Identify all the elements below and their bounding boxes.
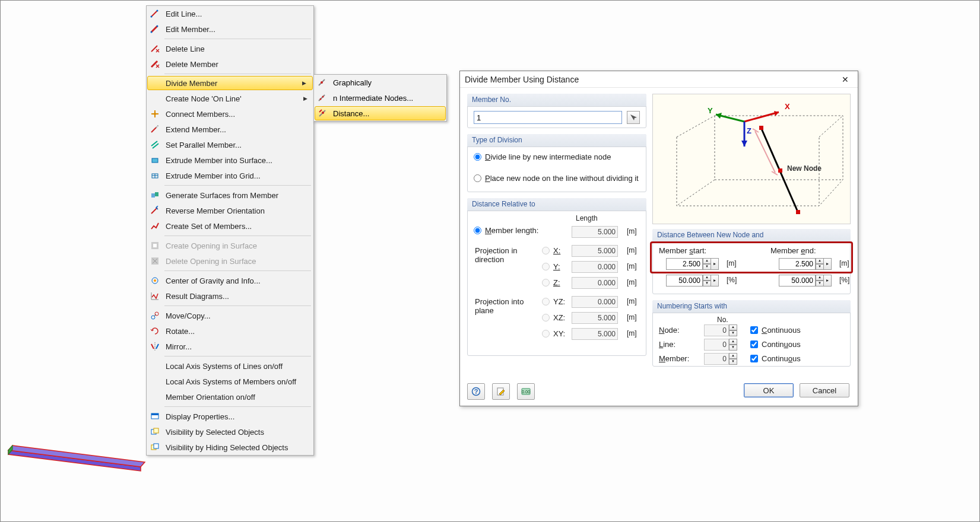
- submenu-distance[interactable]: Distance...: [315, 106, 446, 120]
- member-start-m-input[interactable]: [666, 258, 703, 270]
- spinner-down[interactable]: ▼: [816, 281, 824, 287]
- menu-delete-member[interactable]: Delete Member: [147, 56, 313, 72]
- spinner-down[interactable]: ▼: [816, 264, 824, 270]
- spinner-up[interactable]: ▲: [816, 258, 824, 264]
- svg-text:?: ?: [474, 388, 478, 395]
- menu-reverse-orientation[interactable]: Reverse Member Orientation: [147, 203, 313, 218]
- menu-generate-surfaces[interactable]: Generate Surfaces from Member: [147, 187, 313, 203]
- spinner-up[interactable]: ▲: [729, 353, 737, 359]
- button-label: OK: [763, 386, 775, 395]
- member-end-pct-input[interactable]: [779, 275, 816, 287]
- menu-member-orientation[interactable]: Member Orientation on/off: [147, 389, 313, 405]
- menu-divider: [164, 74, 311, 74]
- member-no-input2[interactable]: [704, 353, 729, 365]
- radio-place-node[interactable]: [474, 174, 481, 182]
- menu-label: Extrude Member into Surface...: [163, 156, 309, 165]
- spinner-up[interactable]: ▲: [703, 258, 711, 264]
- menu-create-node-on-line[interactable]: Create Node 'On Line' ▶: [147, 91, 313, 106]
- svg-point-16: [154, 279, 156, 282]
- member-end-m-input[interactable]: [779, 258, 816, 270]
- menu-local-axis-members[interactable]: Local Axis Systems of Members on/off: [147, 374, 313, 389]
- graphically-icon: [314, 78, 331, 87]
- radio-x[interactable]: [542, 247, 550, 254]
- submenu-graphically[interactable]: Graphically: [314, 75, 446, 90]
- spinner-down[interactable]: ▼: [703, 281, 711, 287]
- radio-label: Place new node on the line without divid…: [485, 174, 639, 183]
- menu-divider: [164, 406, 311, 407]
- spinner-up[interactable]: ▲: [816, 275, 824, 281]
- menu-visibility-selected[interactable]: Visibility by Selected Objects: [147, 424, 313, 440]
- pick-member-button[interactable]: [627, 111, 640, 124]
- proj-dir-label: Projection indirection: [475, 246, 518, 264]
- radio-xy[interactable]: [542, 330, 550, 338]
- submenu-intermediate-nodes[interactable]: n Intermediate Nodes...: [314, 90, 446, 106]
- mirror-icon: [147, 342, 163, 351]
- radio-member-length[interactable]: [474, 227, 481, 234]
- menu-mirror[interactable]: Mirror...: [147, 339, 313, 354]
- menu-label: Center of Gravity and Info...: [163, 276, 309, 285]
- continuous-member-checkbox[interactable]: [750, 355, 758, 362]
- spinner-up[interactable]: ▲: [703, 275, 711, 281]
- cancel-button[interactable]: Cancel: [800, 383, 849, 397]
- svg-line-31: [744, 112, 779, 122]
- menu-local-axis-lines[interactable]: Local Axis Systems of Lines on/off: [147, 358, 313, 374]
- menu-delete-line[interactable]: Delete Line: [147, 41, 313, 56]
- menu-center-gravity[interactable]: Center of Gravity and Info...: [147, 273, 313, 288]
- move-icon: [147, 311, 163, 320]
- menu-visibility-hiding[interactable]: Visibility by Hiding Selected Objects: [147, 440, 313, 455]
- radio-z[interactable]: [542, 279, 550, 287]
- menu-create-set[interactable]: Create Set of Members...: [147, 218, 313, 234]
- svg-rect-39: [796, 210, 800, 214]
- continuous-node-checkbox[interactable]: [750, 326, 758, 334]
- checkbox-label: Continuous: [762, 326, 801, 335]
- connect-icon: [147, 109, 163, 119]
- member-length-value: [572, 226, 618, 238]
- menu-extend-member[interactable]: Extend Member...: [147, 122, 313, 137]
- menu-extrude-grid[interactable]: Extrude Member into Grid...: [147, 168, 313, 183]
- menu-display-properties[interactable]: Display Properties...: [147, 409, 313, 424]
- group-title: Type of Division: [467, 134, 646, 147]
- menu-edit-line[interactable]: Edit Line...: [147, 6, 313, 21]
- node-no-input[interactable]: [704, 324, 729, 336]
- menu-label: Visibility by Hiding Selected Objects: [163, 443, 309, 452]
- menu-edit-member[interactable]: Edit Member...: [147, 21, 313, 37]
- continuous-line-checkbox[interactable]: [750, 340, 758, 348]
- no-header: No.: [717, 316, 728, 324]
- line-no-input[interactable]: [704, 339, 729, 351]
- reset-button[interactable]: ▸: [711, 275, 719, 287]
- menu-label: Rotate...: [163, 327, 309, 336]
- menu-result-diagrams[interactable]: Result Diagrams...: [147, 288, 313, 304]
- radio-yz[interactable]: [542, 298, 550, 305]
- close-button[interactable]: ✕: [838, 74, 853, 85]
- reset-button[interactable]: ▸: [823, 258, 832, 270]
- radio-y[interactable]: [542, 263, 550, 270]
- menu-set-parallel-member[interactable]: Set Parallel Member...: [147, 137, 313, 152]
- unit-m: [m]: [627, 329, 637, 338]
- member-no-input[interactable]: [474, 111, 622, 124]
- menu-divide-member[interactable]: Divide Member ▶: [147, 76, 313, 90]
- member-start-pct-input[interactable]: [666, 275, 703, 287]
- spinner-down[interactable]: ▼: [729, 330, 737, 336]
- radio-xz[interactable]: [542, 314, 550, 322]
- ok-button[interactable]: OK: [744, 383, 794, 397]
- svg-rect-22: [154, 428, 158, 433]
- radio-divide-line[interactable]: [474, 153, 481, 161]
- menu-move-copy[interactable]: Move/Copy...: [147, 308, 313, 323]
- reset-button[interactable]: ▸: [711, 258, 719, 270]
- svg-point-7: [154, 113, 156, 115]
- spinner-down[interactable]: ▼: [729, 345, 737, 351]
- edit-button[interactable]: [492, 383, 510, 400]
- reset-button[interactable]: ▸: [823, 275, 832, 287]
- help-button[interactable]: ?: [467, 383, 485, 400]
- spinner-down[interactable]: ▼: [703, 264, 711, 270]
- svg-point-3: [151, 16, 153, 18]
- menu-connect-members[interactable]: Connect Members...: [147, 106, 313, 122]
- menu-rotate[interactable]: Rotate...: [147, 323, 313, 339]
- menu-extrude-surface[interactable]: Extrude Member into Surface...: [147, 152, 313, 168]
- units-button[interactable]: 0.00: [517, 383, 535, 400]
- spinner-up[interactable]: ▲: [729, 324, 737, 330]
- opening-icon: [147, 241, 163, 250]
- spinner-up[interactable]: ▲: [729, 339, 737, 345]
- spinner-down[interactable]: ▼: [729, 359, 737, 365]
- menu-delete-opening: Delete Opening in Surface: [147, 253, 313, 269]
